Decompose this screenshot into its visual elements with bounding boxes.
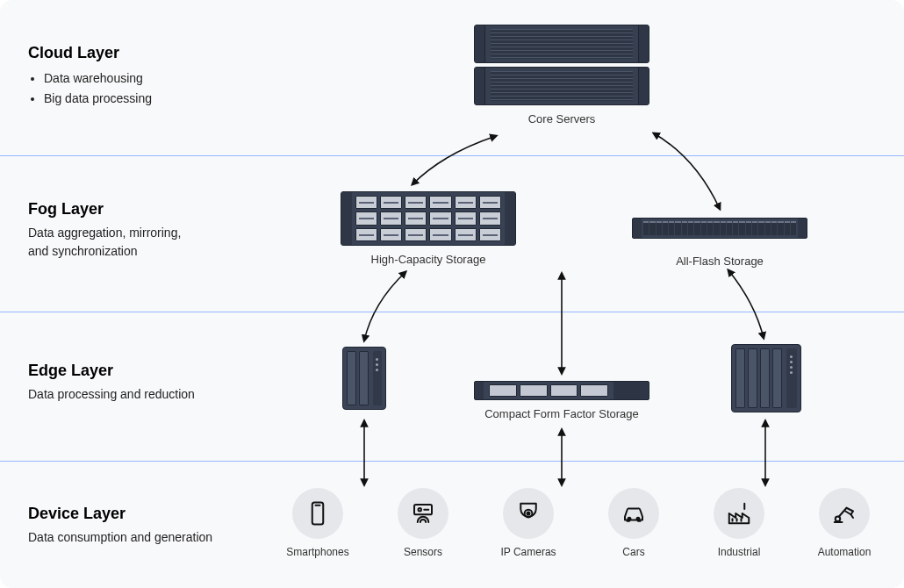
high-capacity-storage-icon — [341, 191, 516, 246]
device-automation: Automation — [807, 488, 881, 558]
industrial-icon — [714, 488, 764, 539]
compact-rack-icon — [474, 381, 649, 400]
device-layer-label: Device Layer Data consumption and genera… — [28, 505, 212, 547]
layer-divider-1 — [0, 155, 904, 156]
cloud-layer-label: Cloud Layer Data warehousing Big data pr… — [28, 44, 152, 110]
core-servers-label: Core Servers — [474, 112, 649, 125]
cloud-bullet-1: Data warehousing — [44, 69, 152, 88]
svg-point-8 — [637, 518, 640, 520]
smartphone-icon — [292, 488, 343, 539]
all-flash-storage-label: All-Flash Storage — [632, 255, 807, 268]
device-smartphones: Smartphones — [281, 488, 355, 558]
device-layer-title: Device Layer — [28, 505, 212, 523]
edge-layer-label: Edge Layer Data processing and reduction — [28, 362, 195, 404]
automation-icon — [819, 488, 870, 539]
all-flash-storage-icon — [632, 218, 807, 239]
layer-divider-2 — [0, 312, 904, 312]
device-cars-label: Cars — [597, 546, 671, 558]
device-cars: Cars — [597, 488, 671, 558]
core-servers-node: Core Servers — [474, 25, 649, 125]
edge-nas-small-node — [342, 347, 386, 410]
compact-form-factor-node: Compact Form Factor Storage — [474, 381, 649, 420]
all-flash-storage-node: All-Flash Storage — [632, 218, 807, 268]
fog-layer-subtitle: Data aggregation, mirroring, and synchro… — [28, 224, 181, 261]
device-ipcameras-label: IP Cameras — [491, 546, 565, 558]
compact-form-factor-label: Compact Form Factor Storage — [474, 407, 649, 420]
cloud-layer-title: Cloud Layer — [28, 44, 152, 62]
device-sensors-label: Sensors — [386, 546, 460, 558]
device-industrial-label: Industrial — [702, 546, 776, 558]
svg-point-3 — [419, 508, 422, 512]
high-capacity-storage-node: High-Capacity Storage — [341, 191, 516, 266]
device-automation-label: Automation — [807, 546, 881, 558]
device-sensors: Sensors — [386, 488, 460, 558]
layer-divider-3 — [0, 461, 904, 462]
edge-nas-big-node — [731, 344, 801, 412]
camera-icon — [503, 488, 554, 539]
device-icons-row: Smartphones Sensors IP Cameras Cars Indu… — [281, 488, 881, 558]
diagram-page: Cloud Layer Data warehousing Big data pr… — [0, 0, 904, 588]
svg-point-7 — [628, 518, 631, 520]
device-layer-subtitle: Data consumption and generation — [28, 528, 212, 547]
sensor-icon — [398, 488, 448, 539]
edge-layer-subtitle: Data processing and reduction — [28, 385, 195, 404]
device-smartphones-label: Smartphones — [281, 546, 355, 558]
fog-layer-title: Fog Layer — [28, 200, 181, 219]
device-ipcameras: IP Cameras — [491, 488, 565, 558]
svg-point-6 — [527, 513, 530, 515]
fog-layer-label: Fog Layer Data aggregation, mirroring, a… — [28, 200, 181, 261]
edge-layer-title: Edge Layer — [28, 362, 195, 380]
cloud-bullet-2: Big data processing — [44, 90, 152, 108]
device-industrial: Industrial — [702, 488, 776, 558]
nas-small-icon — [342, 347, 386, 410]
high-capacity-storage-label: High-Capacity Storage — [341, 253, 516, 266]
nas-big-icon — [731, 344, 801, 412]
car-icon — [608, 488, 659, 539]
core-server-icon — [474, 25, 649, 105]
cloud-layer-bullets: Data warehousing Big data processing — [28, 69, 152, 108]
